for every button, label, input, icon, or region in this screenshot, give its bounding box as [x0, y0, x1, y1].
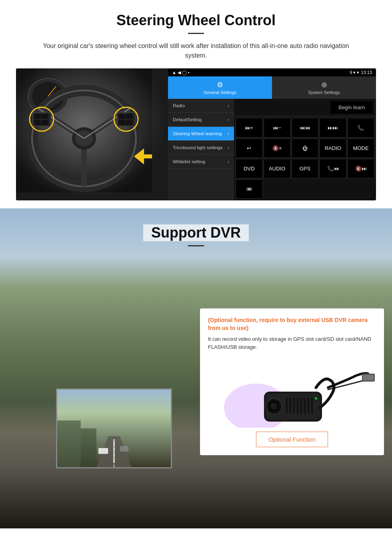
- dvr-section: Support DVR: [0, 208, 392, 528]
- dvr-title: Support DVR: [143, 224, 249, 241]
- menu-radio[interactable]: Radio ›: [168, 99, 234, 113]
- status-time: 13:13: [361, 70, 372, 75]
- menu-default-label: DefaultSetting: [173, 117, 202, 122]
- begin-learn-button[interactable]: Begin learn: [330, 101, 373, 114]
- menu-default-setting[interactable]: DefaultSetting ›: [168, 113, 234, 127]
- btn-mute[interactable]: 🔇×: [264, 138, 291, 158]
- dvr-info-card: (Optional function, require to buy exter…: [200, 308, 384, 455]
- btn-radio[interactable]: RADIO: [319, 138, 346, 158]
- menu-whitelist-label: Whitelist setting: [173, 159, 205, 164]
- tab-general-label: General Settings: [204, 90, 236, 95]
- chevron-icon-5: ›: [228, 159, 229, 164]
- menu-radio-label: Radio: [173, 103, 185, 108]
- svg-rect-15: [42, 114, 48, 119]
- dvr-description: It can record video only to storage in G…: [208, 335, 376, 351]
- steering-demo: ▲ ◀ ◯ ▪ 9 ▾ ▾ 13:13 ⚙ General Settings ⊛…: [16, 68, 376, 200]
- menu-tricoloured[interactable]: Tricoloured light settings ›: [168, 141, 234, 155]
- chevron-icon: ›: [228, 103, 229, 108]
- svg-rect-31: [57, 420, 81, 467]
- optional-function-button[interactable]: Optional Function: [256, 432, 328, 447]
- svg-point-41: [271, 404, 274, 406]
- steering-photo: [16, 68, 168, 200]
- android-tabs: ⚙ General Settings ⊛ System Settings: [168, 76, 376, 99]
- menu-steering-label: Steering Wheel learning: [173, 131, 222, 136]
- begin-learn-row: Begin learn: [234, 99, 376, 116]
- svg-rect-29: [98, 448, 108, 454]
- android-statusbar: ▲ ◀ ◯ ▪ 9 ▾ ▾ 13:13: [168, 68, 376, 76]
- btn-mute-next[interactable]: 🔇⏭: [347, 159, 374, 178]
- btn-phone[interactable]: 📞: [347, 118, 374, 138]
- svg-rect-46: [300, 398, 302, 414]
- svg-rect-17: [42, 120, 48, 125]
- android-right: Begin learn ⏭+ ⏮− ⏮⏮ ⏭⏭ 📞 ↩ 🔇× ⏻ RADIO: [234, 99, 376, 200]
- tab-system-settings[interactable]: ⊛ System Settings: [272, 76, 376, 99]
- steering-section: Steering Wheel Control Your original car…: [0, 0, 392, 208]
- btn-power[interactable]: ⏻: [292, 138, 319, 158]
- gear-icon: ⚙: [217, 80, 223, 89]
- svg-rect-21: [119, 120, 125, 125]
- svg-rect-16: [34, 120, 41, 125]
- svg-rect-22: [126, 120, 132, 125]
- btn-gps[interactable]: GPS: [292, 159, 319, 178]
- android-content: Radio › DefaultSetting › Steering Wheel …: [168, 99, 376, 200]
- android-panel: ▲ ◀ ◯ ▪ 9 ▾ ▾ 13:13 ⚙ General Settings ⊛…: [168, 68, 376, 200]
- title-divider: [188, 33, 204, 34]
- svg-rect-49: [311, 398, 313, 414]
- btn-audio[interactable]: AUDIO: [264, 159, 291, 178]
- steering-wheel-bg: [16, 68, 168, 200]
- svg-rect-42: [286, 398, 288, 414]
- svg-rect-48: [308, 398, 309, 414]
- steering-title: Steering Wheel Control: [16, 12, 376, 29]
- svg-rect-44: [293, 398, 295, 414]
- svg-rect-19: [119, 114, 125, 119]
- svg-rect-35: [363, 375, 374, 380]
- dvr-preview-image: [57, 390, 171, 467]
- chevron-icon-4: ›: [228, 145, 229, 150]
- svg-rect-45: [297, 398, 298, 414]
- control-button-grid: ⏭+ ⏮− ⏮⏮ ⏭⏭ 📞 ↩ 🔇× ⏻ RADIO MODE DVD AUDI: [234, 116, 376, 200]
- android-menu: Radio › DefaultSetting › Steering Wheel …: [168, 99, 234, 200]
- svg-rect-20: [126, 114, 132, 119]
- dvr-divider: [188, 245, 204, 246]
- tab-system-label: System Settings: [308, 90, 340, 95]
- dvr-camera-preview: [56, 388, 172, 468]
- status-icons: ▲ ◀ ◯ ▪: [172, 70, 190, 75]
- btn-hang-up[interactable]: ↩: [236, 138, 263, 158]
- btn-mode[interactable]: MODE: [347, 138, 374, 158]
- btn-dvd[interactable]: DVD: [236, 159, 263, 178]
- btn-vol-down[interactable]: ⏮−: [264, 118, 291, 138]
- btn-prev-track[interactable]: ⏮⏮: [292, 118, 319, 138]
- svg-rect-43: [290, 398, 291, 414]
- chevron-icon-3: ›: [228, 131, 229, 136]
- svg-rect-32: [81, 428, 96, 467]
- svg-rect-14: [34, 114, 41, 119]
- menu-steering-wheel[interactable]: Steering Wheel learning ›: [168, 127, 234, 141]
- btn-next-track[interactable]: ⏭⏭: [319, 118, 346, 138]
- steering-description: Your original car's steering wheel contr…: [32, 41, 360, 60]
- status-signal: 9 ▾ ▾: [350, 70, 359, 75]
- svg-rect-30: [120, 446, 129, 452]
- menu-tricoloured-label: Tricoloured light settings: [173, 145, 222, 150]
- dvr-heading: Support DVR: [0, 208, 392, 254]
- svg-rect-47: [304, 398, 306, 414]
- chevron-icon-2: ›: [228, 117, 229, 122]
- btn-vol-up[interactable]: ⏭+: [236, 118, 263, 138]
- dvr-optional-text: (Optional function, require to buy exter…: [208, 316, 376, 332]
- svg-point-50: [315, 397, 317, 400]
- dvr-camera-image: [208, 356, 376, 428]
- btn-phone-prev[interactable]: 📞⏮: [319, 159, 346, 178]
- menu-whitelist[interactable]: Whitelist setting ›: [168, 155, 234, 169]
- btn-dvr[interactable]: 📼: [236, 179, 263, 199]
- system-icon: ⊛: [321, 80, 327, 89]
- tab-general-settings[interactable]: ⚙ General Settings: [168, 76, 272, 99]
